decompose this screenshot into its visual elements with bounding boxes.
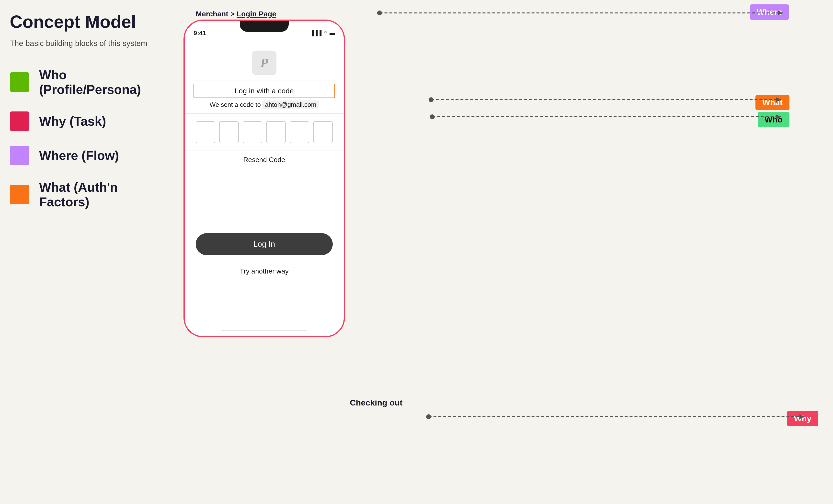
svg-point-4 (429, 97, 433, 102)
left-panel: Concept Model The basic building blocks … (10, 12, 152, 224)
phone-notch (240, 21, 289, 32)
code-box-3[interactable] (243, 121, 262, 143)
breadcrumb: Merchant > Login Page (196, 10, 276, 18)
phone-mockup: 9:41 ▐▐▐ ⌔ ▬ P Log in with a code We sen… (184, 20, 345, 337)
status-icons: ▐▐▐ ⌔ ▬ (310, 30, 335, 36)
battery-icon: ▬ (330, 30, 335, 36)
code-box-1[interactable] (196, 121, 215, 143)
code-box-5[interactable] (290, 121, 309, 143)
paypal-p-icon: P (260, 56, 268, 70)
log-in-button[interactable]: Log In (196, 233, 333, 255)
legend-item-where: Where (Flow) (10, 146, 152, 165)
phone-logo-area: P (185, 43, 344, 80)
phone-email-value: ahton@gmail.com (262, 100, 319, 109)
svg-point-1 (377, 10, 382, 16)
phone-email-row: We sent a code to ahton@gmail.com (185, 99, 344, 114)
badge-where: Where (750, 4, 789, 20)
wifi-icon: ⌔ (324, 30, 327, 36)
badge-why-container: Why (787, 411, 818, 426)
badge-what: What (756, 95, 789, 110)
log-in-button-label: Log In (254, 240, 275, 249)
legend-item-who: Who (Profile/Persona) (10, 68, 152, 97)
badge-where-container: Where (750, 4, 789, 20)
resend-code-link[interactable]: Resend Code (243, 156, 285, 164)
legend-color-why (10, 111, 29, 131)
signal-icon: ▐▐▐ (310, 30, 322, 36)
svg-point-10 (426, 414, 431, 419)
legend-label-why: Why (Task) (39, 114, 106, 129)
phone-login-title: Log in with a code (235, 87, 294, 95)
paypal-logo: P (252, 51, 277, 75)
right-panel: Merchant > Login Page Where What Who Che… (171, 0, 833, 504)
phone-code-area (185, 114, 344, 151)
phone-status-bar: 9:41 ▐▐▐ ⌔ ▬ (185, 21, 344, 43)
checking-out-label: Checking out (350, 398, 402, 407)
legend-color-where (10, 146, 29, 165)
legend-color-what (10, 185, 29, 204)
legend-label-what: What (Auth'n Factors) (39, 180, 152, 209)
svg-point-7 (430, 115, 435, 119)
page-subtitle: The basic building blocks of this system (10, 39, 152, 48)
badge-why: Why (787, 411, 818, 426)
code-box-6[interactable] (313, 121, 333, 143)
breadcrumb-row: Merchant > Login Page (196, 10, 276, 18)
code-box-2[interactable] (219, 121, 239, 143)
status-time: 9:41 (193, 29, 206, 37)
code-box-4[interactable] (266, 121, 286, 143)
phone-bottom-section: Resend Code Log In Try another way (185, 151, 344, 330)
phone-login-title-box: Log in with a code (193, 84, 335, 98)
phone-email-prefix: We sent a code to (210, 101, 261, 108)
legend-label-who: Who (Profile/Persona) (39, 68, 152, 97)
legend-label-where: Where (Flow) (39, 148, 119, 163)
phone-mid-divider (190, 80, 339, 80)
legend-item-why: Why (Task) (10, 111, 152, 131)
breadcrumb-login-page[interactable]: Login Page (237, 10, 277, 18)
try-another-way-link[interactable]: Try another way (240, 268, 289, 275)
breadcrumb-merchant: Merchant > (196, 10, 237, 18)
phone-home-indicator (221, 330, 307, 331)
badge-who-container: Who (758, 112, 789, 127)
page-title: Concept Model (10, 12, 152, 31)
legend-color-who (10, 72, 29, 92)
checking-out-wrapper: Checking out (350, 398, 402, 407)
badge-who: Who (758, 112, 789, 127)
badge-what-container: What (756, 95, 789, 110)
legend-item-what: What (Auth'n Factors) (10, 180, 152, 209)
